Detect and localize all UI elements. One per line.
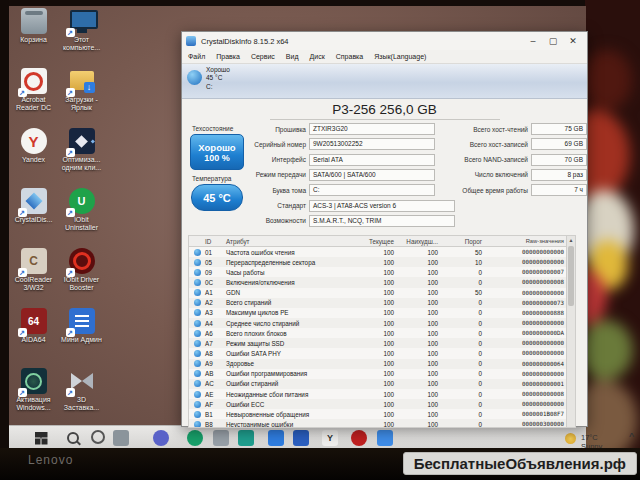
smart-row-B8[interactable]: B8Неустранимые ошибки1001000000000300000 [189, 419, 567, 427]
downloads-folder-icon: ↗ [69, 68, 95, 94]
pinned-app-teal-phone-icon[interactable] [187, 430, 203, 446]
disk-selection-band[interactable]: Хорошо 45 °C C: [182, 64, 587, 99]
status-good-dot-icon [194, 259, 201, 266]
attr-raw: 000000000001 [486, 381, 567, 387]
smart-row-A9[interactable]: A9Здоровье1001000000000000064 [189, 359, 567, 369]
pinned-app-blue-icon[interactable] [293, 430, 309, 446]
attr-threshold: 0 [442, 269, 486, 276]
pinned-app-gray-2-icon[interactable] [213, 430, 229, 446]
health-status-button[interactable]: Хорошо 100 % [190, 134, 244, 170]
driver-booster-tray-icon[interactable] [351, 430, 367, 446]
attr-name: Неожиданные сбои питания [223, 391, 354, 398]
desktop-icon-this-pc[interactable]: ↗Этот компьюте... [58, 8, 105, 68]
menu-вид[interactable]: Вид [286, 53, 299, 60]
smart-row-AB[interactable]: ABОшибки программирования100100000000000… [189, 369, 567, 379]
smart-row-AE[interactable]: AEНеожиданные сбои питания10010000000000… [189, 389, 567, 399]
maximize-button[interactable]: ▢ [543, 34, 563, 48]
pinned-app-gray-1-icon[interactable] [113, 430, 129, 446]
scroll-up-icon[interactable]: ▲ [567, 236, 575, 244]
attr-worst: 100 [398, 259, 442, 266]
desktop-icon-downloads-folder[interactable]: ↗Загрузки - Ярлык [58, 68, 105, 128]
desktop-icon-yandex[interactable]: YYandex [10, 128, 57, 188]
smart-row-A1[interactable]: A1GDN10010050000000000000 [189, 288, 567, 298]
status-good-dot-icon [194, 330, 201, 337]
attr-worst: 100 [398, 299, 442, 306]
stat-field-label: Всего хост-чтений [462, 126, 528, 133]
menu-правка[interactable]: Правка [216, 53, 240, 60]
tray-chevron-icon[interactable]: ^ [629, 431, 634, 441]
attr-id: A9 [205, 360, 223, 367]
menu-сервис[interactable]: Сервис [251, 53, 275, 60]
desktop-icon-one-click-optimizer[interactable]: ↗Оптимиза... одним кли... [58, 128, 105, 188]
stat-field-label: Число включений [462, 171, 528, 178]
menu-язык-language-[interactable]: Язык(Language) [374, 53, 426, 60]
raw-header: Raw-значения [486, 238, 567, 244]
desktop-icon-crystaldiskinfo[interactable]: ↗CrystalDis... [10, 188, 57, 248]
desktop-icon-recycle-bin[interactable]: Корзина [10, 8, 57, 68]
attr-current: 100 [354, 340, 398, 347]
smart-row-A4[interactable]: A4Среднее число стираний1001000000000000… [189, 318, 567, 328]
shortcut-arrow-icon: ↗ [18, 88, 27, 97]
smart-row-A7[interactable]: A7Режим защиты SSD1001000000000000000 [189, 338, 567, 348]
smart-row-0C[interactable]: 0CВключения/отключения100100000000000000… [189, 277, 567, 287]
desktop-icon-iobit-driver-booster[interactable]: ↗IObit Driver Booster [58, 248, 105, 308]
window-titlebar[interactable]: CrystalDiskInfo 8.15.2 x64 – ▢ ✕ [182, 32, 587, 50]
attr-current: 100 [354, 309, 398, 316]
minimize-button[interactable]: – [523, 34, 543, 48]
smart-row-A8[interactable]: A8Ошибки SATA PHY1001000000000000000 [189, 348, 567, 358]
stat-field-value: 7 ч [531, 184, 587, 196]
desktop-icon-iobit-uninstaller[interactable]: U↗iObit Uninstaller [58, 188, 105, 248]
smart-row-09[interactable]: 09Часы работы1001000000000000007 [189, 267, 567, 277]
shortcut-arrow-icon: ↗ [66, 28, 75, 37]
smart-row-B1[interactable]: B1Невыровненные обращения10010000000001B… [189, 409, 567, 419]
desktop-icon-windows-activation[interactable]: ↗Активация Windows... [10, 368, 57, 428]
smart-row-AC[interactable]: ACОшибки стираний1001000000000000001 [189, 379, 567, 389]
menu-bar: ФайлПравкаСервисВидДискСправкаЯзык(Langu… [182, 50, 587, 64]
desktop-icon-acrobat-reader[interactable]: ↗Acrobat Reader DC [10, 68, 57, 128]
menu-диск[interactable]: Диск [310, 53, 325, 60]
temperature-button[interactable]: 45 °C [191, 184, 243, 211]
temperature-label: Температура [192, 175, 231, 182]
yandex-browser-icon[interactable]: Y [322, 430, 338, 446]
desktop-icon-aida64[interactable]: 64↗AIDA64 [10, 308, 57, 368]
weather-temp: 17°C [581, 433, 598, 442]
status-good-dot-icon [194, 380, 201, 387]
pinned-app-your-phone-icon[interactable] [268, 430, 284, 446]
cortana-button-icon[interactable] [91, 430, 105, 444]
attr-id: A2 [205, 299, 223, 306]
smart-rows: 01Частота ошибок чтения10010050000000000… [189, 247, 567, 427]
photos-app-icon[interactable] [377, 430, 393, 446]
table-scrollbar[interactable]: ▲ [566, 236, 575, 427]
menu-файл[interactable]: Файл [188, 53, 205, 60]
attr-name: Включения/отключения [223, 279, 354, 286]
smart-row-01[interactable]: 01Частота ошибок чтения10010050000000000… [189, 247, 567, 257]
attr-current: 100 [354, 330, 398, 337]
attr-raw: 000000000000 [486, 320, 567, 326]
scrollbar-thumb[interactable] [568, 246, 574, 306]
attr-raw: 000000000000 [486, 340, 567, 346]
attr-id: AB [205, 370, 223, 377]
attr-threshold: 0 [442, 411, 486, 418]
attr-id: AF [205, 401, 223, 408]
start-button-icon[interactable] [33, 430, 49, 446]
smart-row-05[interactable]: 05Перераспределенные сектора100100100000… [189, 257, 567, 267]
window-content: P3-256 256,0 GB Техсостояние Хорошо 100 … [182, 99, 587, 431]
pinned-app-purple-icon[interactable] [153, 430, 169, 446]
stat-field-row: Всего хост-чтений75 GB [462, 123, 587, 135]
attr-threshold: 0 [442, 360, 486, 367]
smart-row-A6[interactable]: A6Всего плохих блоков10010000000000000DA [189, 328, 567, 338]
search-button-icon[interactable] [65, 430, 81, 446]
desktop-icon-mini-admin[interactable]: ↗Мини Админ [58, 308, 105, 368]
pinned-app-teal-icon[interactable] [238, 430, 254, 446]
shortcut-arrow-icon: ↗ [18, 388, 27, 397]
desktop-icon-coolreader[interactable]: C↗CoolReader 3/W32 [10, 248, 57, 308]
close-button[interactable]: ✕ [563, 34, 583, 48]
stat-field-value: 70 GB [531, 154, 587, 166]
info-field-value: 9W20513002252 [309, 138, 435, 150]
smart-row-A2[interactable]: A2Всего стираний1001000000000000073 [189, 298, 567, 308]
menu-справка[interactable]: Справка [336, 53, 363, 60]
attr-current: 100 [354, 391, 398, 398]
smart-row-A3[interactable]: A3Максимум циклов PE1001000000000000888 [189, 308, 567, 318]
smart-row-AF[interactable]: AFОшибки ECC1001000000000000000 [189, 399, 567, 409]
desktop-icon-screensaver[interactable]: ↗3D Заставка... [58, 368, 105, 428]
